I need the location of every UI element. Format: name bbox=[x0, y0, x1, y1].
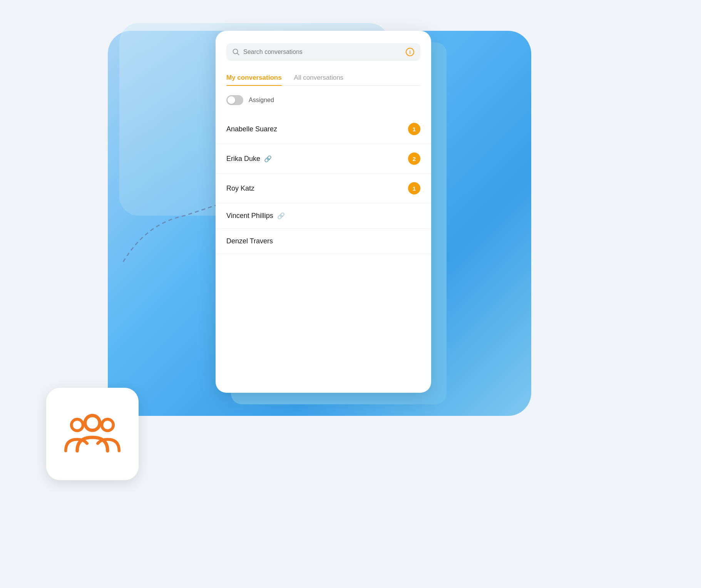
broken-link-icon-vincent: 🔗 bbox=[277, 212, 285, 219]
scene: i My conversations All conversations Ass… bbox=[0, 0, 701, 588]
conversation-item-erika[interactable]: Erika Duke 🔗 2 bbox=[216, 144, 431, 174]
svg-line-2 bbox=[237, 53, 239, 55]
conversation-item-denzel[interactable]: Denzel Travers bbox=[216, 229, 431, 254]
tab-bar: My conversations All conversations bbox=[226, 70, 420, 86]
conversation-item-anabelle[interactable]: Anabelle Suarez 1 bbox=[216, 114, 431, 144]
info-icon[interactable]: i bbox=[406, 48, 414, 56]
search-icon bbox=[233, 49, 239, 55]
unread-badge-anabelle: 1 bbox=[408, 123, 420, 135]
team-icon-box bbox=[46, 388, 139, 480]
svg-point-7 bbox=[102, 419, 114, 431]
svg-point-6 bbox=[72, 419, 83, 431]
contact-name-erika: Erika Duke 🔗 bbox=[226, 155, 408, 163]
conversations-panel: i My conversations All conversations Ass… bbox=[216, 31, 431, 393]
conversation-item-roy[interactable]: Roy Katz 1 bbox=[216, 174, 431, 203]
search-bar[interactable]: i bbox=[226, 43, 420, 61]
contact-name-denzel: Denzel Travers bbox=[226, 237, 420, 245]
unread-badge-erika: 2 bbox=[408, 152, 420, 165]
link-icon-erika: 🔗 bbox=[264, 155, 272, 162]
assigned-toggle-row: Assigned bbox=[216, 86, 431, 114]
contact-name-vincent: Vincent Phillips 🔗 bbox=[226, 212, 420, 220]
svg-point-5 bbox=[85, 415, 100, 430]
team-group-icon bbox=[62, 402, 123, 466]
search-input[interactable] bbox=[243, 49, 402, 55]
unread-badge-roy: 1 bbox=[408, 182, 420, 194]
assigned-label: Assigned bbox=[249, 97, 274, 104]
svg-text:i: i bbox=[409, 49, 411, 55]
assigned-toggle[interactable] bbox=[226, 95, 243, 105]
tab-my-conversations[interactable]: My conversations bbox=[226, 70, 282, 85]
contact-name-anabelle: Anabelle Suarez bbox=[226, 125, 408, 133]
conversation-item-vincent[interactable]: Vincent Phillips 🔗 bbox=[216, 203, 431, 229]
contact-name-roy: Roy Katz bbox=[226, 184, 408, 193]
conversation-list: Anabelle Suarez 1 Erika Duke 🔗 2 Roy Kat… bbox=[216, 114, 431, 393]
tab-all-conversations[interactable]: All conversations bbox=[294, 70, 344, 85]
toggle-knob bbox=[228, 96, 235, 104]
